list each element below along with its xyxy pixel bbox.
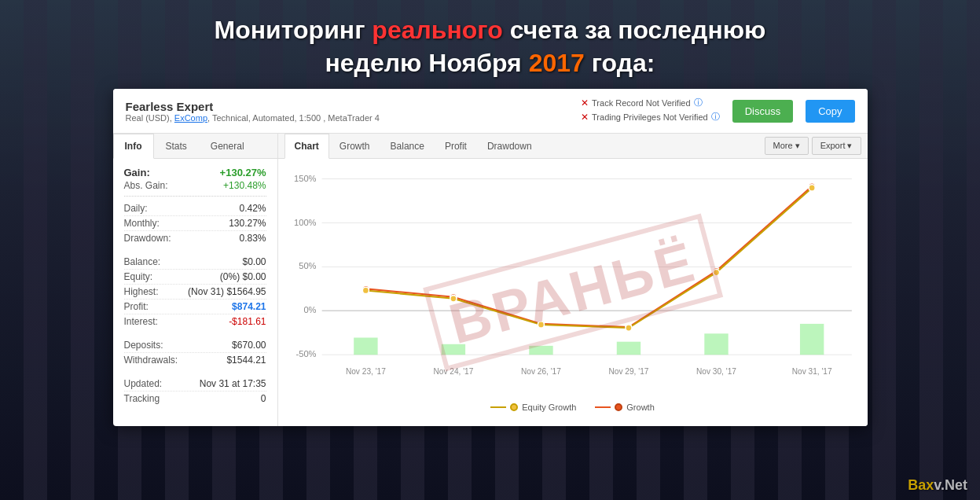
legend-growth-dot (615, 403, 622, 411)
title-part3: неделю Ноября (325, 49, 521, 77)
deposits-row: Deposits: $670.00 (124, 338, 266, 353)
tracking-row: Tracking 0 (124, 392, 266, 406)
chart-legend: Equity Growth Growth (286, 398, 860, 415)
header-right: ✕ Track Record Not Verified ⓘ ✕ Trading … (581, 97, 854, 125)
daily-value: 0.42% (239, 203, 266, 214)
svg-text:Nov 31, '17: Nov 31, '17 (791, 367, 831, 376)
drawdown-label: Drawdown: (124, 233, 171, 244)
updated-label: Updated: (124, 378, 163, 389)
chart-svg: 150% 100% 50% 0% -50% Nov 23, '17 Nov 24… (286, 167, 860, 395)
more-button[interactable]: More ▾ (765, 137, 809, 155)
equity-value: (0%) $0.00 (220, 271, 266, 282)
deposits-value: $670.00 (232, 340, 266, 351)
excomp-link[interactable]: ExComp (174, 113, 207, 123)
svg-point-32 (713, 270, 719, 276)
chart-tab-growth[interactable]: Growth (329, 134, 380, 159)
stat-group-2: Balance: $0.00 Equity: (0%) $0.00 Highes… (124, 255, 266, 329)
svg-text:-50%: -50% (295, 349, 316, 358)
highest-label: Highest: (124, 286, 159, 297)
left-panel: Info Stats General Gain: +130.27% Abs. G… (113, 134, 278, 426)
profit-label: Profit: (124, 301, 149, 312)
stats-content: Gain: +130.27% Abs. Gain: +130.48% Daily… (113, 159, 277, 423)
svg-rect-19 (616, 342, 640, 355)
svg-text:Nov 30, '17: Nov 30, '17 (696, 367, 736, 376)
chart-tab-balance[interactable]: Balance (380, 134, 435, 159)
daily-row: Daily: 0.42% (124, 201, 266, 216)
verification-block: ✕ Track Record Not Verified ⓘ ✕ Trading … (581, 97, 720, 125)
svg-rect-20 (704, 334, 728, 355)
track-record-info-icon[interactable]: ⓘ (694, 97, 703, 108)
card-header: Fearless Expert Real (USD), ExComp, Tech… (113, 89, 868, 134)
drawdown-value: 0.83% (239, 233, 266, 244)
profit-row: Profit: $874.21 (124, 300, 266, 314)
withdrawals-label: Withdrawals: (124, 355, 178, 366)
tab-general[interactable]: General (199, 134, 256, 159)
account-info: Fearless Expert Real (USD), ExComp, Tech… (126, 100, 380, 123)
stat-group-4: Updated: Nov 31 at 17:35 Tracking 0 (124, 377, 266, 406)
title-red-word: реального (372, 16, 502, 44)
copy-button[interactable]: Copy (806, 100, 854, 123)
svg-text:Nov 26, '17: Nov 26, '17 (520, 367, 560, 376)
page-title: Мониторинг реального счета за последнюю … (16, 14, 964, 79)
trading-privileges-item: ✕ Trading Privileges Not Verified ⓘ (581, 111, 720, 123)
deposits-label: Deposits: (124, 340, 163, 351)
discuss-button[interactable]: Discuss (732, 100, 794, 123)
svg-text:100%: 100% (294, 218, 317, 227)
tab-stats[interactable]: Stats (154, 134, 199, 159)
interest-row: Interest: -$181.61 (124, 314, 266, 329)
legend-equity-growth-label: Equity Growth (522, 403, 576, 412)
legend-growth-label: Growth (626, 403, 654, 412)
updated-row: Updated: Nov 31 at 17:35 (124, 377, 266, 392)
title-part4: года: (592, 49, 655, 77)
chart-container: ВРАНЬЁ 150% 100% 50% 0% -50% (278, 159, 868, 426)
svg-text:Nov 23, '17: Nov 23, '17 (345, 367, 385, 376)
legend-equity-growth-dot (510, 403, 518, 411)
svg-rect-17 (441, 344, 464, 355)
stat-group-3: Deposits: $670.00 Withdrawals: $1544.21 (124, 338, 266, 367)
chart-tab-profit[interactable]: Profit (435, 134, 477, 159)
main-card: Fearless Expert Real (USD), ExComp, Tech… (113, 89, 868, 426)
svg-point-33 (809, 185, 815, 191)
abs-gain-value: +130.48% (223, 180, 266, 191)
svg-text:50%: 50% (299, 262, 316, 271)
chart-tab-right: More ▾ Export ▾ (765, 137, 861, 155)
chart-tab-drawdown[interactable]: Drawdown (477, 134, 542, 159)
bottom-watermark: Baxv.Net (908, 477, 967, 494)
profit-value: $874.21 (232, 301, 266, 312)
monthly-value: 130.27% (229, 218, 266, 229)
left-tabs: Info Stats General (113, 134, 277, 159)
title-area: Мониторинг реального счета за последнюю … (0, 0, 980, 89)
gain-value: +130.27% (220, 167, 266, 178)
interest-label: Interest: (124, 316, 158, 327)
bottom-wm-b: Bax (908, 477, 934, 493)
withdrawals-row: Withdrawals: $1544.21 (124, 353, 266, 367)
svg-text:Nov 24, '17: Nov 24, '17 (433, 367, 473, 376)
svg-rect-18 (529, 346, 552, 355)
legend-equity-growth-line (490, 406, 506, 408)
daily-label: Daily: (124, 203, 148, 214)
tab-info[interactable]: Info (113, 134, 154, 159)
svg-point-28 (362, 287, 369, 293)
export-button[interactable]: Export ▾ (812, 137, 861, 155)
track-record-item: ✕ Track Record Not Verified ⓘ (581, 97, 720, 108)
highest-row: Highest: (Nov 31) $1564.95 (124, 285, 266, 300)
equity-label: Equity: (124, 271, 153, 282)
trading-privileges-text: Trading Privileges Not Verified (592, 112, 708, 122)
equity-row: Equity: (0%) $0.00 (124, 270, 266, 285)
trading-privileges-info-icon[interactable]: ⓘ (711, 111, 720, 123)
account-details: Real (USD), ExComp, Technical, Automated… (126, 113, 380, 123)
tracking-value: 0 (261, 393, 266, 404)
trading-privileges-x-icon: ✕ (581, 112, 589, 123)
chart-tabs: Chart Growth Balance Profit Drawdown Mor… (278, 134, 868, 159)
abs-gain-row: Abs. Gain: +130.48% (124, 180, 266, 197)
interest-value: -$181.61 (229, 316, 266, 327)
monthly-row: Monthly: 130.27% (124, 216, 266, 231)
chart-tab-chart[interactable]: Chart (284, 134, 329, 159)
legend-growth-line (595, 406, 611, 408)
gain-label: Gain: (124, 167, 150, 178)
svg-point-31 (625, 325, 631, 331)
withdrawals-value: $1544.21 (226, 355, 266, 366)
gain-row: Gain: +130.27% (124, 167, 266, 178)
title-orange-year: 2017 (529, 49, 585, 77)
card-body: Info Stats General Gain: +130.27% Abs. G… (113, 134, 868, 426)
